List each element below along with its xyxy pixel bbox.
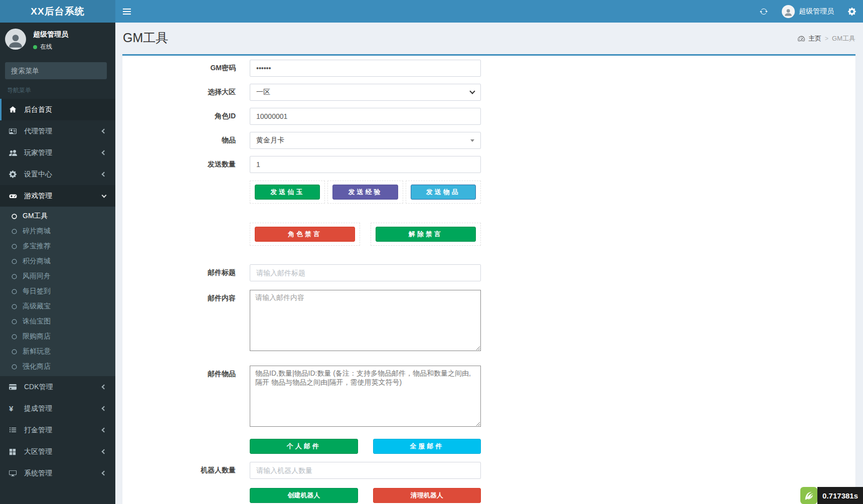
mail-title-row: 邮件标题: [122, 264, 855, 281]
robot-buttons-row: 创建机器人 清理机器人: [250, 488, 481, 503]
grid-icon: [9, 448, 20, 455]
yen-icon: ¥: [9, 405, 20, 412]
item-row: 物品 黄金月卡: [122, 132, 855, 149]
sidebar-subitem-shard-shop[interactable]: 碎片商城: [0, 224, 115, 239]
sidebar-subitem-gm-tools[interactable]: GM工具: [0, 209, 115, 224]
mail-title-input[interactable]: [250, 264, 481, 281]
circle-icon: [11, 364, 18, 370]
submenu-label: 限购商店: [23, 332, 51, 341]
sidebar-subitem-enhance-shop[interactable]: 强化商店: [0, 359, 115, 374]
sidebar-item-label: 打金管理: [24, 426, 102, 435]
sidebar-item-players[interactable]: 玩家管理: [0, 142, 115, 163]
home-icon: [9, 106, 20, 113]
circle-icon: [11, 318, 18, 325]
server-mail-button[interactable]: 全服邮件: [373, 439, 481, 454]
robot-count-row: 机器人数量: [122, 462, 855, 479]
circle-icon: [11, 228, 18, 235]
sidebar-item-label: 后台首页: [24, 105, 107, 114]
user-menu[interactable]: 超级管理员: [775, 0, 841, 23]
sidebar-item-game[interactable]: 游戏管理: [0, 185, 115, 207]
users-icon: [9, 149, 20, 157]
navbar-right: 超级管理员: [753, 0, 863, 23]
circle-icon: [11, 258, 18, 265]
app-window: XX后台系统 超级管理员: [0, 0, 863, 504]
user-status-label: 在线: [40, 43, 52, 51]
sidebar-item-home[interactable]: 后台首页: [0, 99, 115, 120]
mail-content-textarea[interactable]: [250, 290, 481, 351]
topbar: XX后台系统 超级管理员: [0, 0, 863, 23]
mute-button[interactable]: 角色禁言: [255, 227, 355, 242]
chevron-left-icon: [102, 428, 107, 433]
chevron-left-icon: [102, 150, 107, 155]
create-robot-button[interactable]: 创建机器人: [250, 488, 358, 503]
sidebar-toggle-button[interactable]: [115, 0, 138, 23]
unmute-button[interactable]: 解除禁言: [376, 227, 476, 242]
sidebar-subitem-limited-shop[interactable]: 限购商店: [0, 329, 115, 344]
trace-badge[interactable]: 0.717381s: [800, 487, 863, 504]
sidebar-item-label: 玩家管理: [24, 148, 102, 157]
circle-icon: [11, 273, 18, 280]
send-count-label: 发送数量: [122, 156, 236, 173]
submenu-label: 每日签到: [23, 287, 51, 296]
role-id-input[interactable]: [250, 108, 481, 125]
send-exp-button[interactable]: 发送经验: [332, 185, 398, 200]
page-title: GM工具: [123, 30, 168, 45]
user-name: 超级管理员: [799, 7, 834, 16]
sidebar-item-label: CDK管理: [24, 383, 102, 392]
sidebar-item-regions[interactable]: 大区管理: [0, 441, 115, 462]
id-card-icon: [9, 127, 20, 135]
sidebar-item-commission[interactable]: ¥ 提成管理: [0, 398, 115, 419]
sidebar-item-agents[interactable]: 代理管理: [0, 120, 115, 142]
zone-select-value: 一区: [256, 88, 470, 97]
sidebar-item-system[interactable]: 系统管理: [0, 462, 115, 484]
gm-password-row: GM密码: [122, 60, 855, 77]
list-icon: [9, 426, 20, 434]
submenu-label: 新鲜玩意: [23, 347, 51, 356]
sidebar-item-settings[interactable]: 设置中心: [0, 163, 115, 185]
personal-mail-button[interactable]: 个人邮件: [250, 439, 358, 454]
zone-select[interactable]: 一区: [250, 84, 481, 101]
refresh-button[interactable]: [753, 0, 775, 23]
mail-title-label: 邮件标题: [122, 264, 236, 281]
send-item-button[interactable]: 发送物品: [411, 185, 476, 200]
app-logo[interactable]: XX后台系统: [0, 0, 115, 23]
send-jade-button[interactable]: 发送仙玉: [255, 185, 320, 200]
settings-button[interactable]: [841, 0, 863, 23]
clean-robot-button[interactable]: 清理机器人: [373, 488, 481, 503]
item-label: 物品: [122, 132, 236, 149]
sidebar-subitem-points-shop[interactable]: 积分商城: [0, 254, 115, 269]
sidebar-subitem-daily-signin[interactable]: 每日签到: [0, 284, 115, 299]
circle-icon: [11, 213, 18, 220]
zone-label: 选择大区: [122, 84, 236, 101]
sidebar-subitem-duobao[interactable]: 多宝推荐: [0, 239, 115, 254]
sidebar-subitem-fresh-fun[interactable]: 新鲜玩意: [0, 344, 115, 359]
chevron-left-icon: [102, 471, 107, 476]
sidebar-subitem-treasure[interactable]: 高级藏宝: [0, 299, 115, 314]
gm-tools-panel: GM密码 选择大区 一区 角色ID: [122, 54, 855, 504]
breadcrumb-current: GM工具: [832, 34, 855, 43]
menu-search-input[interactable]: [5, 62, 107, 79]
breadcrumb-home-link[interactable]: 主页: [808, 34, 821, 43]
submenu-label: GM工具: [23, 212, 48, 221]
chevron-left-icon: [102, 406, 107, 411]
circle-icon: [11, 243, 18, 250]
submenu-label: 高级藏宝: [23, 302, 51, 311]
gm-password-input[interactable]: [250, 60, 481, 77]
submenu-label: 多宝推荐: [23, 242, 51, 251]
item-select-value: 黄金月卡: [256, 136, 470, 145]
sidebar-subitem-zhuxian-map[interactable]: 诛仙宝图: [0, 314, 115, 329]
mail-items-textarea[interactable]: [250, 366, 481, 427]
sidebar: 超级管理员 在线 导航菜单 后: [0, 23, 115, 504]
sidebar-subitem-fengyu[interactable]: 风雨同舟: [0, 269, 115, 284]
sidebar-item-gold[interactable]: 打金管理: [0, 419, 115, 441]
gamepad-icon: [9, 192, 20, 200]
send-count-input[interactable]: [250, 156, 481, 173]
breadcrumb-separator: >: [825, 35, 828, 42]
submenu-label: 积分商城: [23, 257, 51, 266]
sidebar-avatar: [5, 29, 26, 50]
role-id-label: 角色ID: [122, 108, 236, 125]
item-select[interactable]: 黄金月卡: [250, 132, 481, 149]
mail-buttons-row: 个人邮件 全服邮件: [250, 439, 481, 454]
sidebar-item-cdk[interactable]: CDK管理: [0, 376, 115, 398]
robot-count-input[interactable]: [250, 462, 481, 479]
